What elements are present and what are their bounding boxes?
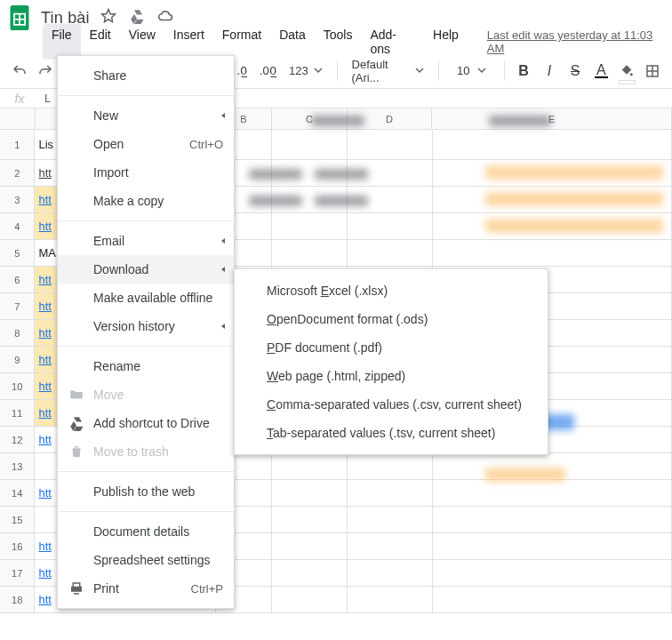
menu-item-version-history[interactable]: Version history	[58, 312, 234, 340]
row-header[interactable]: 12	[0, 427, 35, 453]
text-color-button[interactable]: A	[591, 60, 612, 83]
cell[interactable]	[272, 130, 348, 160]
cell[interactable]	[433, 480, 672, 507]
submenu-item-ods[interactable]: OpenDocument format (.ods)	[235, 305, 548, 333]
cell[interactable]	[348, 130, 433, 160]
submenu-label: Microsoft Excel (.xlsx)	[267, 284, 388, 298]
fx-icon: fx	[0, 92, 39, 106]
cell[interactable]	[433, 453, 672, 480]
row-header[interactable]: 5	[0, 240, 35, 267]
row-header[interactable]: 4	[0, 213, 35, 240]
cell[interactable]	[348, 480, 433, 507]
row-header[interactable]: 17	[0, 560, 35, 587]
cell[interactable]	[433, 130, 672, 160]
menu-item-download[interactable]: Download	[58, 255, 234, 284]
row-header[interactable]: 6	[0, 267, 35, 293]
font-family-dropdown[interactable]: Default (Ari...	[347, 58, 430, 84]
menu-divider	[58, 471, 234, 472]
select-all-corner[interactable]	[0, 108, 36, 130]
submenu-item-tsv[interactable]: Tab-separated values (.tsv, current shee…	[235, 419, 548, 447]
row-header[interactable]: 8	[0, 320, 35, 347]
cell[interactable]	[433, 213, 672, 240]
cell[interactable]	[348, 240, 433, 267]
cell[interactable]	[272, 240, 348, 267]
submenu-item-xlsx[interactable]: Microsoft Excel (.xlsx)	[235, 276, 548, 305]
chevron-down-icon	[314, 64, 323, 77]
menu-item-add-shortcut[interactable]: Add shortcut to Drive	[58, 409, 234, 437]
menu-item-new[interactable]: New	[58, 101, 234, 130]
cell[interactable]	[433, 533, 672, 560]
cell[interactable]	[348, 587, 433, 613]
row-header[interactable]: 16	[0, 533, 35, 560]
column-header-d[interactable]: D	[348, 108, 432, 130]
cell[interactable]	[433, 240, 672, 267]
number-format-dropdown[interactable]: 123	[284, 64, 328, 77]
row-header[interactable]: 10	[0, 373, 35, 400]
cell[interactable]	[348, 187, 433, 213]
cell[interactable]	[272, 560, 348, 587]
row-header[interactable]: 7	[0, 293, 35, 320]
cell[interactable]	[272, 160, 348, 187]
column-header-c[interactable]: C	[272, 108, 348, 130]
row-header[interactable]: 1	[0, 130, 35, 160]
fill-color-button[interactable]	[617, 60, 637, 83]
cell[interactable]	[348, 160, 433, 187]
column-header-e[interactable]: E	[432, 108, 672, 130]
cell[interactable]	[272, 533, 348, 560]
menu-item-document-details[interactable]: Document details	[58, 517, 234, 546]
submenu-item-csv[interactable]: Comma-separated values (.csv, current sh…	[235, 390, 548, 419]
row-header[interactable]: 14	[0, 480, 35, 507]
cell[interactable]	[433, 587, 672, 613]
cell[interactable]	[348, 213, 433, 240]
cell[interactable]	[433, 160, 672, 187]
menu-item-publish[interactable]: Publish to the web	[58, 477, 234, 506]
submenu-arrow-icon	[220, 324, 225, 329]
decrease-decimal-button[interactable]: .0̲	[232, 60, 252, 83]
row-header[interactable]: 2	[0, 160, 35, 187]
row-header[interactable]: 18	[0, 587, 35, 613]
row-header[interactable]: 13	[0, 453, 35, 480]
row-header[interactable]: 9	[0, 347, 35, 373]
cell[interactable]	[272, 507, 348, 533]
cell[interactable]	[433, 507, 672, 533]
cell[interactable]	[272, 587, 348, 613]
menu-item-make-offline[interactable]: Make available offline	[58, 284, 234, 312]
menu-item-spreadsheet-settings[interactable]: Spreadsheet settings	[58, 546, 234, 574]
last-edit-link[interactable]: Last edit was yesterday at 11:03 AM	[487, 28, 672, 55]
row-header[interactable]: 3	[0, 187, 35, 213]
menu-item-print[interactable]: PrintCtrl+P	[58, 574, 234, 603]
sheets-app-icon[interactable]	[7, 3, 32, 33]
cell[interactable]	[433, 560, 672, 587]
cell[interactable]	[272, 453, 348, 480]
bold-button[interactable]: B	[513, 60, 533, 83]
strikethrough-button[interactable]: S	[565, 60, 586, 83]
cell[interactable]	[433, 187, 672, 213]
menu-item-share[interactable]: Share	[58, 61, 234, 90]
menu-item-rename[interactable]: Rename	[58, 352, 234, 380]
folder-icon	[68, 387, 84, 403]
cell[interactable]	[348, 453, 433, 480]
increase-decimal-button[interactable]: .00̲	[258, 60, 278, 83]
row-header[interactable]: 11	[0, 400, 35, 427]
undo-button[interactable]	[9, 60, 29, 83]
menu-item-email[interactable]: Email	[58, 227, 234, 255]
redo-button[interactable]	[35, 60, 55, 83]
submenu-item-pdf[interactable]: PDF document (.pdf)	[235, 333, 548, 362]
cell[interactable]	[272, 187, 348, 213]
italic-button[interactable]: I	[539, 60, 559, 83]
font-size-dropdown[interactable]: 10	[448, 64, 494, 77]
menu-item-import[interactable]: Import	[58, 158, 234, 187]
submenu-item-web[interactable]: Web page (.html, zipped)	[235, 362, 548, 390]
cell[interactable]	[348, 507, 433, 533]
borders-button[interactable]	[643, 60, 663, 83]
cell[interactable]	[272, 213, 348, 240]
cell[interactable]	[272, 480, 348, 507]
menu-item-open[interactable]: OpenCtrl+O	[58, 130, 234, 158]
separator	[337, 61, 338, 81]
download-submenu: Microsoft Excel (.xlsx) OpenDocument for…	[234, 268, 548, 455]
cell[interactable]	[348, 533, 433, 560]
menu-item-make-copy[interactable]: Make a copy	[58, 187, 234, 215]
cell[interactable]	[348, 560, 433, 587]
row-header[interactable]: 15	[0, 507, 35, 533]
menu-label: Import	[93, 165, 129, 180]
